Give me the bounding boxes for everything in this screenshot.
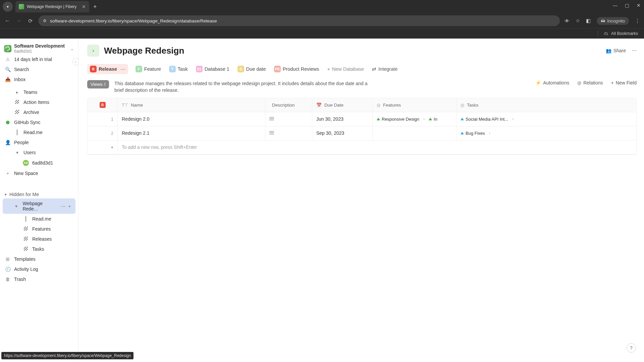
new-database-button[interactable]: +New Database [326, 65, 365, 73]
sidebar-item-wr-features[interactable]: Features [0, 224, 78, 234]
nav-reload-button[interactable]: ⟳ [27, 18, 34, 24]
tab-product-reviews[interactable]: PRProduct Reviews [273, 64, 320, 74]
wr-features-label: Features [32, 226, 51, 232]
inbox-button[interactable]: 📥Inbox [0, 74, 78, 84]
sidebar-item-trash[interactable]: 🗑Trash [0, 274, 78, 284]
search-icon: 🔍 [5, 67, 11, 72]
col-description[interactable]: Description [265, 98, 312, 112]
user-id-label: 6ad8d3d1 [32, 160, 53, 166]
automations-button[interactable]: ⚡Automations [535, 80, 569, 85]
task-badge: T [169, 66, 176, 72]
feature-chip[interactable]: Responsive Design [377, 117, 419, 122]
incognito-indicator[interactable]: 🕶 Incognito [597, 17, 629, 25]
add-row[interactable]: + To add a new row, press Shift+Enter [88, 140, 636, 155]
window-minimize[interactable]: ― [613, 3, 618, 8]
new-field-button[interactable]: +New Field [611, 80, 637, 85]
table-row[interactable]: 2 Redesign 2.1 Sep 30, 2023 Bug Fixes › [88, 126, 636, 140]
window-maximize[interactable]: ▢ [625, 3, 629, 8]
tab-feature[interactable]: FFeature [135, 64, 162, 74]
sidebar-item-wr-readme[interactable]: Read.me [0, 214, 78, 224]
sidebar-item-archive[interactable]: Archive [0, 107, 78, 117]
help-button[interactable]: ? [627, 343, 636, 353]
col-name[interactable]: T⊤Name [118, 98, 265, 112]
sidebar-item-wr-tasks[interactable]: Tasks [0, 244, 78, 254]
bookmark-star-icon[interactable]: ☆ [576, 18, 580, 24]
tab-task[interactable]: TTask [168, 64, 189, 74]
caret-down-icon: ▾ [13, 203, 19, 209]
col-features[interactable]: ◎Features [373, 98, 457, 112]
cell-due-date[interactable]: Sep 30, 2023 [312, 126, 373, 140]
share-label: Share [613, 48, 626, 53]
nav-back-button[interactable]: ← [4, 18, 11, 24]
task-chip[interactable]: Bug Fixes [461, 131, 485, 136]
sidebar-item-activity-log[interactable]: 🕘Activity Log [0, 264, 78, 274]
col-tasks[interactable]: ◎Tasks [457, 98, 636, 112]
sidebar-user-row[interactable]: AD6ad8d3d1 [0, 158, 78, 168]
col-due-date[interactable]: 📅Due Date [312, 98, 373, 112]
new-space-button[interactable]: +New Space [0, 168, 78, 178]
tab-more-icon[interactable]: ⋯ [120, 66, 125, 72]
github-icon: ⬣ [5, 120, 11, 125]
relations-button[interactable]: ◎Relations [577, 80, 603, 85]
grid-icon [24, 227, 28, 231]
side-panel-icon[interactable]: ◧ [586, 18, 591, 24]
task-chip[interactable]: Social Media API Int... [461, 117, 508, 122]
integrate-button[interactable]: ⇄Integrate [371, 65, 398, 73]
grid-icon [24, 247, 28, 251]
sidebar-item-webpage-redesign[interactable]: ▾ Webpage Rede... ⋯+ [3, 198, 75, 214]
trial-label: 14 days left in trial [14, 57, 52, 62]
cell-features[interactable] [373, 126, 457, 140]
cell-tasks[interactable]: Social Media API Int... › [457, 112, 636, 126]
feature-chip[interactable]: In [429, 117, 437, 122]
tab-release[interactable]: R Release ⋯ [87, 64, 128, 74]
browser-menu-icon[interactable]: ⋮ [635, 18, 640, 24]
sidebar-collapse-button[interactable]: ‹ [72, 58, 78, 65]
window-close[interactable]: ✕ [637, 3, 641, 8]
sidebar-item-teams[interactable]: ▸Teams [0, 87, 78, 97]
sidebar-item-action-items[interactable]: Action Items [0, 97, 78, 107]
tab-close-button[interactable]: ✕ [82, 4, 86, 9]
table-row[interactable]: 1 Redesign 2.0 Jun 30, 2023 Responsive D… [88, 112, 636, 126]
cell-tasks[interactable]: Bug Fixes › [457, 126, 636, 140]
tab-pr-label: Product Reviews [283, 66, 319, 72]
cell-due-date[interactable]: Jun 30, 2023 [312, 112, 373, 126]
browser-tab[interactable]: Webpage Redesign | Fibery ✕ [15, 1, 89, 12]
page-more-button[interactable]: ⋯ [632, 48, 637, 53]
add-icon[interactable]: + [68, 204, 71, 209]
templates-label: Templates [14, 256, 36, 262]
sidebar-item-people[interactable]: 👤People [0, 137, 78, 147]
workspace-switcher[interactable]: Software Development 6ad8d3d1 ⌄ [0, 42, 78, 54]
tracking-icon[interactable]: 👁 [565, 18, 570, 24]
cell-description[interactable] [265, 112, 312, 126]
all-bookmarks-button[interactable]: All Bookmarks [611, 31, 638, 36]
sidebar-item-github-sync[interactable]: ⬣GitHub Sync [0, 117, 78, 127]
incognito-icon: 🕶 [601, 18, 605, 23]
chip-label: In [434, 117, 437, 122]
cell-description[interactable] [265, 126, 312, 140]
tab-database1[interactable]: D1Database 1 [195, 64, 230, 74]
tab-search-button[interactable]: ▾ [3, 2, 13, 12]
sidebar-section-hidden[interactable]: ▾Hidden for Me [0, 188, 78, 198]
share-button[interactable]: 👥Share [606, 48, 626, 53]
tab-due-date[interactable]: DDue date [237, 64, 267, 74]
nav-forward-button[interactable]: → [15, 18, 22, 24]
site-info-icon[interactable]: ⚙ [43, 18, 47, 23]
caret-down-icon: ▾ [5, 192, 7, 197]
more-icon[interactable]: ⋯ [61, 204, 65, 209]
sidebar: Software Development 6ad8d3d1 ⌄ ‹ ⚠14 da… [0, 39, 78, 362]
sidebar-item-wr-releases[interactable]: Releases [0, 234, 78, 244]
sidebar-item-templates[interactable]: ⊞Templates [0, 254, 78, 264]
people-label: People [14, 140, 29, 145]
cell-name[interactable]: Redesign 2.1 [118, 126, 265, 140]
cell-name[interactable]: Redesign 2.0 [118, 112, 265, 126]
sidebar-item-users[interactable]: ▾Users [0, 147, 78, 158]
search-button[interactable]: 🔍Search [0, 64, 78, 74]
views-button[interactable]: Views2 [87, 80, 109, 88]
address-bar[interactable]: ⚙ software-development.fibery.io/fibery/… [38, 15, 560, 26]
expand-toggle-button[interactable]: › [87, 45, 99, 57]
document-icon [17, 129, 17, 135]
new-tab-button[interactable]: + [93, 3, 97, 10]
cell-features[interactable]: Responsive Design › In [373, 112, 457, 126]
sidebar-item-readme[interactable]: Read.me [0, 127, 78, 137]
trial-banner[interactable]: ⚠14 days left in trial [0, 54, 78, 64]
